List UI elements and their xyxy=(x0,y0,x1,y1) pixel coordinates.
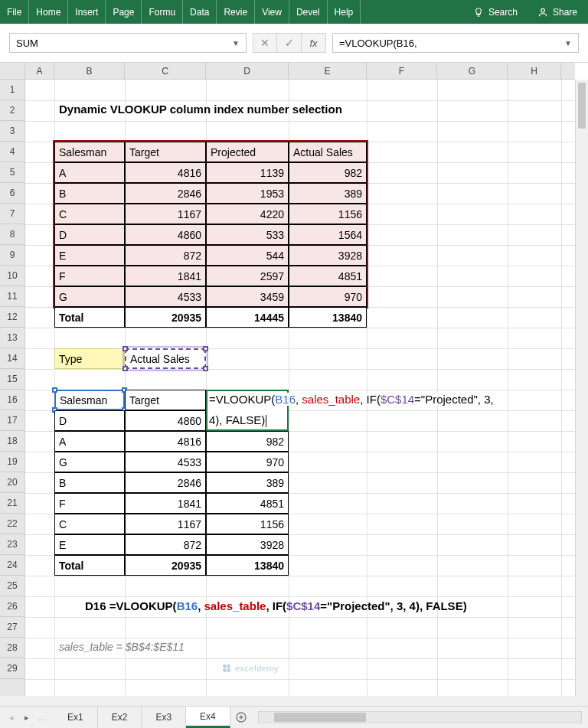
cell[interactable]: 4851 xyxy=(206,493,289,514)
row-header[interactable]: 26 xyxy=(0,596,24,617)
row-header[interactable]: 5 xyxy=(0,162,24,183)
ribbon-tab-page[interactable]: Page xyxy=(106,0,142,24)
cell[interactable]: 2597 xyxy=(206,266,289,286)
row-header[interactable]: 21 xyxy=(0,493,24,514)
cell[interactable]: 1167 xyxy=(125,204,206,224)
cell[interactable]: E xyxy=(54,534,125,555)
row-header[interactable]: 8 xyxy=(0,224,24,245)
row-header[interactable]: 25 xyxy=(0,576,24,596)
accept-formula-button[interactable]: ✓ xyxy=(277,33,302,53)
cell[interactable]: Total xyxy=(54,307,125,328)
row-header[interactable]: 16 xyxy=(0,390,24,410)
row-header[interactable]: 23 xyxy=(0,534,24,555)
cell[interactable]: A xyxy=(54,431,125,452)
name-box[interactable]: SUM ▼ xyxy=(9,33,247,53)
cell[interactable]: 872 xyxy=(125,534,206,555)
grid[interactable]: Dynamic VLOOKUP column index number sele… xyxy=(25,80,575,696)
row-header[interactable]: 12 xyxy=(0,307,24,328)
cell[interactable]: 13840 xyxy=(289,307,367,328)
sheet-tab[interactable]: Ex2 xyxy=(98,707,142,728)
cell[interactable]: 1841 xyxy=(125,266,206,286)
cell[interactable]: Actual Sales xyxy=(289,142,367,162)
row-header[interactable]: 24 xyxy=(0,555,24,576)
cell[interactable]: Total xyxy=(54,555,125,576)
cell[interactable]: F xyxy=(54,493,125,514)
cell[interactable]: 3928 xyxy=(206,534,289,555)
row-header[interactable]: 7 xyxy=(0,204,24,224)
row-header[interactable]: 4 xyxy=(0,142,24,162)
cell[interactable]: Target xyxy=(125,142,206,162)
ribbon-tab-home[interactable]: Home xyxy=(29,0,68,24)
horizontal-scrollbar[interactable] xyxy=(258,711,582,723)
tab-nav-first[interactable]: ◂ xyxy=(5,710,18,724)
row-header[interactable]: 11 xyxy=(0,286,24,307)
cell[interactable]: 389 xyxy=(289,183,367,204)
column-header[interactable]: D xyxy=(206,63,289,79)
cell[interactable]: 3459 xyxy=(206,286,289,307)
ribbon-search[interactable]: Search xyxy=(464,7,527,18)
row-header[interactable]: 17 xyxy=(0,410,24,431)
salesman-header-selected[interactable]: Salesman xyxy=(54,390,125,410)
vertical-scrollbar[interactable] xyxy=(575,80,588,696)
cell[interactable]: D xyxy=(54,224,125,245)
row-header[interactable]: 14 xyxy=(0,348,24,369)
sheet-tab[interactable]: Ex4 xyxy=(186,707,230,728)
cell[interactable]: A xyxy=(54,162,125,183)
cell[interactable]: 4816 xyxy=(125,431,206,452)
row-header[interactable]: 2 xyxy=(0,100,24,121)
cell[interactable]: 982 xyxy=(289,162,367,183)
cell[interactable]: 20935 xyxy=(125,307,206,328)
ribbon-tab-data[interactable]: Data xyxy=(183,0,217,24)
cell[interactable]: 4220 xyxy=(206,204,289,224)
type-value-cell[interactable]: Actual Sales xyxy=(125,348,206,369)
column-header[interactable]: C xyxy=(125,63,206,79)
column-header[interactable]: G xyxy=(437,63,508,79)
ribbon-tab-file[interactable]: File xyxy=(0,0,29,24)
row-header[interactable]: 9 xyxy=(0,245,24,266)
row-header[interactable]: 29 xyxy=(0,658,24,679)
row-header[interactable]: 19 xyxy=(0,452,24,472)
ribbon-tab-review[interactable]: Revie xyxy=(217,0,255,24)
cell[interactable]: 1841 xyxy=(125,493,206,514)
row-header[interactable]: 27 xyxy=(0,617,24,638)
row-header[interactable]: 20 xyxy=(0,472,24,493)
cell[interactable]: C xyxy=(54,514,125,534)
fx-button[interactable]: fx xyxy=(302,33,326,53)
row-header[interactable]: 1 xyxy=(0,80,24,100)
cell[interactable]: D xyxy=(54,410,125,431)
cell[interactable]: 2846 xyxy=(125,472,206,493)
ribbon-tab-formulas[interactable]: Formu xyxy=(142,0,183,24)
cell[interactable]: 14445 xyxy=(206,307,289,328)
row-header[interactable]: 13 xyxy=(0,328,24,348)
cell[interactable]: 2846 xyxy=(125,183,206,204)
cancel-formula-button[interactable]: ✕ xyxy=(253,33,277,53)
cell[interactable]: 3928 xyxy=(289,245,367,266)
row-header[interactable]: 10 xyxy=(0,266,24,286)
sheet-tab[interactable]: Ex3 xyxy=(142,707,186,728)
cell[interactable]: G xyxy=(54,452,125,472)
cell[interactable]: 970 xyxy=(289,286,367,307)
row-header[interactable]: 15 xyxy=(0,369,24,390)
cell[interactable]: 1167 xyxy=(125,514,206,534)
formula-input[interactable]: =VLOOKUP(B16, ▼ xyxy=(332,33,579,53)
cell[interactable]: 1139 xyxy=(206,162,289,183)
cell[interactable]: 4533 xyxy=(125,286,206,307)
cell[interactable]: 544 xyxy=(206,245,289,266)
cell[interactable]: 4860 xyxy=(125,410,206,431)
column-header[interactable]: E xyxy=(289,63,367,79)
cell[interactable]: 1953 xyxy=(206,183,289,204)
sheet-tab[interactable]: Ex1 xyxy=(54,707,98,728)
tab-nav-menu[interactable]: … xyxy=(35,710,49,724)
cell[interactable]: 1156 xyxy=(206,514,289,534)
row-header[interactable]: 3 xyxy=(0,121,24,142)
row-header[interactable]: 22 xyxy=(0,514,24,534)
column-header[interactable]: A xyxy=(25,63,54,79)
ribbon-tab-developer[interactable]: Devel xyxy=(289,0,328,24)
column-header[interactable]: H xyxy=(508,63,561,79)
cell[interactable]: 4851 xyxy=(289,266,367,286)
cell[interactable]: 970 xyxy=(206,452,289,472)
cell[interactable]: E xyxy=(54,245,125,266)
cell[interactable]: C xyxy=(54,204,125,224)
cell[interactable]: B xyxy=(54,183,125,204)
row-header[interactable]: 6 xyxy=(0,183,24,204)
